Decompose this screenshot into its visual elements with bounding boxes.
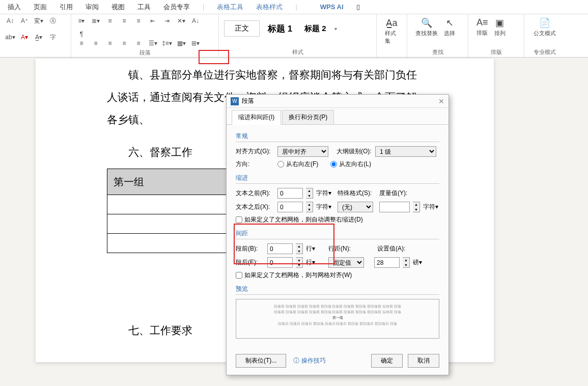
ai-box-icon[interactable]: ▯ — [356, 3, 360, 11]
change-case-icon[interactable]: 変▾ — [34, 16, 44, 25]
spinner[interactable]: ▲▼ — [403, 257, 410, 268]
group-indent: 缩进 — [236, 174, 439, 184]
dir-rtl-radio[interactable]: 从右向左(F) — [277, 160, 318, 169]
space-before-label: 段前(B): — [236, 244, 264, 253]
setvalue-label: 设置值(A): — [377, 244, 413, 253]
space-before-input[interactable] — [267, 243, 293, 254]
menu-tools[interactable]: 工具 — [137, 3, 151, 12]
highlight-icon[interactable]: ab▾ — [5, 33, 15, 42]
text-tools-icon[interactable]: ✕▾ — [176, 16, 186, 25]
styleset-button[interactable]: A̲а 样式集 — [382, 16, 402, 46]
after-text-input[interactable] — [277, 202, 303, 212]
search-icon: 🔍 — [421, 17, 432, 29]
before-text-input[interactable] — [277, 188, 303, 199]
menu-vip[interactable]: 会员专享 — [163, 3, 190, 12]
spinner[interactable]: ▲▼ — [296, 243, 303, 254]
menu-page[interactable]: 页面 — [34, 3, 47, 12]
group-pro-label: 专业模式 — [529, 47, 560, 56]
sort-icon[interactable]: A↓ — [190, 16, 201, 25]
unit-pt[interactable]: 磅▾ — [413, 258, 422, 267]
styleset-icon: A̲а — [386, 17, 397, 29]
special-select[interactable]: (无) — [338, 202, 373, 212]
spinner[interactable]: ▲▼ — [413, 202, 420, 212]
font-grow-icon[interactable]: A⁺ — [19, 16, 30, 25]
styles-more-icon[interactable]: ▾ — [334, 26, 337, 32]
spacing-checkbox[interactable]: 如果定义了文档网格，则与网格对齐(W) — [236, 271, 352, 280]
direction-label: 方向: — [236, 160, 274, 169]
align-j-icon[interactable]: ≡ — [119, 39, 129, 48]
unit-line[interactable]: 行▾ — [306, 244, 315, 253]
after-text-label: 文本之后(X): — [236, 203, 274, 211]
numbering-icon[interactable]: ≣▾ — [91, 16, 101, 25]
tabstops-button[interactable]: 制表位(T)... — [236, 354, 286, 368]
menu-tablestyle[interactable]: 表格样式 — [256, 3, 283, 12]
clear-format-icon[interactable]: Ⓐ — [48, 16, 58, 25]
align-label: 对齐方式(G): — [236, 147, 274, 156]
arrangecol-button[interactable]: ▣ 排列 — [491, 16, 509, 38]
align-right-icon[interactable]: ≡ — [133, 16, 144, 25]
textflow-icon: A≡ — [477, 17, 488, 28]
group-layout-label: 排版 — [473, 47, 519, 56]
dialog-title: 段落 — [242, 97, 254, 105]
wps-ai[interactable]: WPS AI — [320, 3, 344, 11]
indent-checkbox[interactable]: 如果定义了文档网格，则自动调整右缩进(D) — [236, 215, 363, 224]
unit-char2[interactable]: 字符▾ — [316, 203, 331, 211]
tab-linebreak-paging[interactable]: 换行和分页(P) — [282, 110, 334, 125]
cancel-button[interactable]: 取消 — [408, 354, 439, 368]
indent-dec-icon[interactable]: ⇤ — [148, 16, 158, 25]
unit-char[interactable]: 字符▾ — [316, 189, 331, 198]
indent-inc-icon[interactable]: ⇥ — [162, 16, 172, 25]
tips-link[interactable]: ⓘ 操作技巧 — [293, 356, 325, 365]
spinner[interactable]: ▲▼ — [296, 257, 303, 268]
align-center-icon[interactable]: ≡ — [119, 16, 129, 25]
group-find-label: 查找 — [412, 47, 463, 56]
font-color-icon[interactable]: A▾ — [19, 33, 30, 42]
spinner[interactable]: ▲▼ — [306, 202, 313, 212]
findreplace-button[interactable]: 🔍 查找替换 — [412, 16, 441, 38]
linespace-select[interactable]: 固定值 — [328, 257, 364, 268]
dialog-titlebar[interactable]: W 段落 ✕ — [227, 95, 449, 108]
close-icon[interactable]: ✕ — [438, 97, 444, 105]
tab-indent-spacing[interactable]: 缩进和间距(I) — [232, 110, 281, 125]
align-select[interactable]: 居中对齐 — [277, 146, 328, 157]
align-c2-icon[interactable]: ≡ — [91, 39, 101, 48]
phonetic-icon[interactable]: 字 — [48, 33, 58, 42]
outline-label: 大纲级别(O): — [337, 147, 372, 156]
select-button[interactable]: ↖ 选择 — [441, 16, 458, 38]
arrange-button[interactable]: A≡ 排版 — [473, 16, 491, 38]
unit-char3[interactable]: 字符▾ — [423, 203, 438, 211]
dir-ltr-radio[interactable]: 从左向右(L) — [330, 160, 371, 169]
menu-reference[interactable]: 引用 — [60, 3, 73, 12]
menu-review[interactable]: 审阅 — [86, 3, 99, 12]
menu-view[interactable]: 视图 — [111, 3, 125, 12]
style-normal[interactable]: 正文 — [224, 20, 260, 37]
linespace-icon[interactable]: ‡≡▾ — [162, 39, 172, 48]
align-r2-icon[interactable]: ≡ — [105, 39, 115, 48]
special-label: 特殊格式(S): — [338, 189, 373, 198]
docmode-button[interactable]: 📄 公文模式 — [529, 16, 560, 38]
ok-button[interactable]: 确定 — [371, 354, 403, 368]
align-l2-icon[interactable]: ≡ — [76, 39, 87, 48]
style-h1[interactable]: 标题 1 — [264, 20, 296, 38]
unit-line2[interactable]: 行▾ — [306, 258, 315, 267]
document-icon: 📄 — [539, 17, 550, 29]
border-icon[interactable]: ⊞▾ — [190, 39, 201, 48]
setvalue-input[interactable] — [374, 257, 400, 268]
menu-bar: 插入 页面 引用 审阅 视图 工具 会员专享 | 表格工具 表格样式 | WPS… — [0, 0, 588, 14]
layers-icon: ▣ — [495, 17, 504, 29]
metric-input[interactable] — [379, 202, 410, 212]
bullets-icon[interactable]: ≡▾ — [76, 16, 87, 25]
menu-tabletools[interactable]: 表格工具 — [217, 3, 243, 12]
font-size-icon[interactable]: A↕ — [5, 16, 15, 25]
char-border-icon[interactable]: A̲▾ — [34, 33, 44, 42]
shading-icon[interactable]: ▦▾ — [176, 39, 186, 48]
align-left-icon[interactable]: ≡ — [105, 16, 115, 25]
align-d-icon[interactable]: ≡ — [133, 39, 144, 48]
outline-select[interactable]: 1 级 — [375, 146, 436, 157]
style-h2[interactable]: 标题 2 — [300, 21, 330, 37]
spinner[interactable]: ▲▼ — [306, 188, 313, 199]
distribute-icon[interactable]: ☰▾ — [148, 39, 158, 48]
menu-insert[interactable]: 插入 — [8, 3, 21, 12]
space-after-input[interactable] — [267, 257, 293, 268]
paragraph-mark-icon[interactable]: ¶ — [76, 30, 87, 39]
